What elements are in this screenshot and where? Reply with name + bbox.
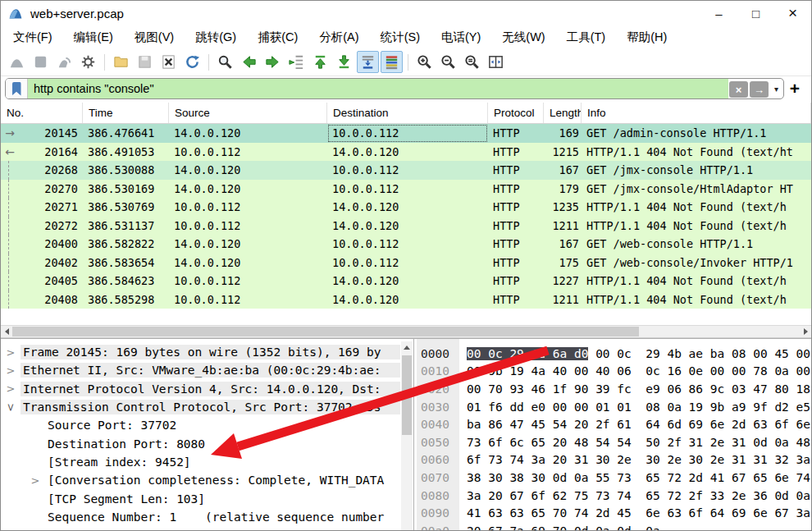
stop-capture-icon[interactable] [30,51,52,73]
hex-dump-pane: 000000 0c 29 4d 6a d0 00 0c 29 4b ae ba … [413,339,811,531]
save-file-icon[interactable] [134,51,156,73]
close-button[interactable]: × [774,1,811,25]
detail-row[interactable]: >Internet Protocol Version 4, Src: 14.0.… [1,380,400,398]
filter-bookmark-button[interactable] [6,79,28,98]
zoom-in-icon[interactable] [413,51,436,73]
minimize-button[interactable]: – [700,1,737,25]
packet-row[interactable]: 20400386.58282214.0.0.12010.0.0.112HTTP1… [1,235,811,254]
go-last-icon[interactable] [333,51,355,73]
column-header-time[interactable]: Time [83,103,169,123]
open-file-icon[interactable] [110,51,132,73]
maximize-button[interactable]: □ [737,1,774,25]
packet-row[interactable]: 20272386.53113710.0.0.11214.0.0.120HTTP1… [1,217,811,236]
packet-number: 20405 [19,274,83,287]
filter-clear-button[interactable]: × [729,81,748,98]
cell-info: HTTP/1.1 404 Not Found (text/ht [582,143,811,162]
go-back-icon[interactable] [238,51,260,73]
packet-row[interactable]: 20270386.53016914.0.0.12010.0.0.112HTTP1… [1,180,811,199]
scroll-right-arrow-icon[interactable] [800,326,811,337]
hex-offset: 0050 [417,436,457,449]
detail-row[interactable]: >[Conversation completeness: Complete, W… [1,471,400,489]
packet-row[interactable]: ←20164386.49105310.0.0.11214.0.0.120HTTP… [1,143,811,162]
menu-item-3[interactable]: 跳转(G) [185,26,247,48]
start-capture-icon[interactable] [6,51,28,73]
cell-source: 14.0.0.120 [169,254,327,272]
menu-item-6[interactable]: 统计(S) [370,26,431,48]
packet-row[interactable]: 20405386.58462310.0.0.11214.0.0.120HTTP1… [1,272,811,291]
detail-row[interactable]: Sequence Number: 1 (relative sequence nu… [1,508,400,526]
auto-scroll-icon[interactable] [357,51,379,73]
hex-row[interactable]: 00803a 20 67 6f 62 75 73 74 65 72 2f 33 … [417,487,811,505]
column-header-no[interactable]: No. [1,103,83,123]
hex-bytes: ba 86 47 45 54 20 2f 61 64 6d 69 6e 2d 6… [467,418,810,431]
find-packet-icon[interactable] [214,51,236,73]
go-to-packet-icon[interactable] [285,51,308,73]
menu-item-7[interactable]: 电话(Y) [431,26,491,48]
detail-row[interactable]: [Stream index: 9452] [1,453,400,471]
column-header-source[interactable]: Source [169,103,327,123]
scroll-up-arrow-icon[interactable] [401,341,413,353]
hex-row[interactable]: 007038 30 38 30 0d 0a 55 73 65 72 2d 41 … [417,469,811,487]
close-file-icon[interactable] [157,51,180,73]
filter-add-button[interactable]: + [784,79,805,98]
menu-item-9[interactable]: 工具(T) [556,26,617,48]
column-header-info[interactable]: Info [582,103,811,123]
filter-apply-button[interactable]: → [750,81,769,98]
expander-icon[interactable]: > [1,382,21,395]
menu-item-2[interactable]: 视图(V) [124,26,185,48]
bytes: ba 86 47 45 54 20 2f 61 64 6d 69 6e 2d 6… [467,418,810,431]
menu-item-0[interactable]: 文件(F) [2,26,63,48]
menu-item-4[interactable]: 捕获(C) [247,26,308,48]
packet-row[interactable]: →20145386.47664114.0.0.12010.0.0.112HTTP… [1,124,811,143]
detail-row[interactable]: [TCP Segment Len: 103] [1,489,400,507]
menu-item-8[interactable]: 无线(W) [491,26,555,48]
zoom-out-icon[interactable] [437,51,459,73]
go-forward-icon[interactable] [262,51,284,73]
expander-icon[interactable]: > [1,364,21,377]
detail-row[interactable]: >Ethernet II, Src: VMware_4b:ae:ba (00:0… [1,361,400,379]
resize-columns-icon[interactable] [485,51,507,73]
expander-icon[interactable]: > [5,397,17,417]
details-scrollbar-thumb[interactable] [402,355,412,435]
detail-text: [Stream index: 9452] [45,455,194,469]
packet-row[interactable]: 20408386.58529810.0.0.11214.0.0.120HTTP1… [1,291,811,309]
detail-text: Transmission Control Protocol, Src Port:… [21,400,400,414]
menu-item-1[interactable]: 编辑(E) [63,26,124,48]
hex-row[interactable]: 000000 0c 29 4d 6a d0 00 0c 29 4b ae ba … [417,345,811,363]
capture-options-icon[interactable] [77,51,99,73]
column-header-length[interactable]: Length [544,103,582,123]
column-header-protocol[interactable]: Protocol [488,103,544,123]
menu-item-5[interactable]: 分析(A) [308,26,369,48]
horizontal-scrollbar[interactable] [1,325,811,338]
detail-row[interactable]: Source Port: 37702 [1,416,400,434]
hex-row[interactable]: 003001 f6 dd e0 00 00 01 01 08 0a 19 9b … [417,398,811,416]
go-first-icon[interactable] [309,51,331,73]
expander-icon[interactable]: > [1,346,21,359]
menu-item-10[interactable]: 帮助(H) [616,26,677,48]
column-header-destination[interactable]: Destination [327,103,488,123]
expander-icon[interactable]: > [25,474,45,487]
hex-row[interactable]: 009041 63 63 65 70 74 2d 45 6e 63 6f 64 … [417,504,811,522]
zoom-reset-icon[interactable] [461,51,483,73]
bytes: 00 70 93 46 1f 90 39 fc e9 06 86 9c 03 4… [467,382,810,396]
packet-row[interactable]: 20402386.58365414.0.0.12010.0.0.112HTTP1… [1,254,811,272]
hex-row[interactable]: 002000 70 93 46 1f 90 39 fc e9 06 86 9c … [417,380,811,398]
details-vertical-scrollbar[interactable] [401,341,413,531]
horizontal-scrollbar-thumb[interactable] [12,327,639,336]
colorize-icon[interactable] [381,51,403,73]
hex-row[interactable]: 00606f 73 74 3a 20 31 30 2e 30 2e 30 2e … [417,451,811,469]
hex-row[interactable]: 0040ba 86 47 45 54 20 2f 61 64 6d 69 6e … [417,415,811,433]
scroll-left-arrow-icon[interactable] [1,326,12,337]
display-filter-input[interactable]: http contains "console" [28,79,728,98]
detail-row[interactable]: Destination Port: 8080 [1,434,400,452]
packet-row[interactable]: 20271386.53076910.0.0.11214.0.0.120HTTP1… [1,198,811,217]
filter-dropdown-arrow[interactable]: ▾ [769,79,783,98]
hex-row[interactable]: 00a020 67 7a 69 70 0d 0a 0d 0a [417,522,811,531]
detail-row[interactable]: >Frame 20145: 169 bytes on wire (1352 bi… [1,343,400,361]
detail-row[interactable]: >Transmission Control Protocol, Src Port… [1,398,400,416]
restart-capture-icon[interactable] [53,51,75,73]
reload-file-icon[interactable] [181,51,203,73]
hex-row[interactable]: 005073 6f 6c 65 20 48 54 54 50 2f 31 2e … [417,433,811,451]
hex-row[interactable]: 001000 9b 19 4a 40 00 40 06 0c 16 0e 00 … [417,363,811,381]
packet-row[interactable]: 20268386.53008814.0.0.12010.0.0.112HTTP1… [1,161,811,180]
